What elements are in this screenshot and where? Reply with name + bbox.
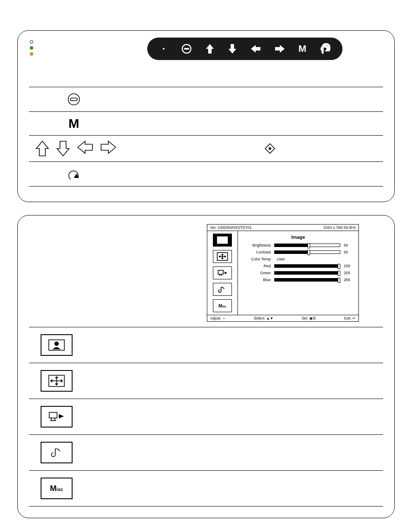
osd-tab-list: Misc	[207, 231, 238, 315]
return-icon	[319, 43, 330, 54]
image-tab-icon	[41, 334, 73, 356]
svg-marker-36	[55, 376, 58, 378]
position-tab-icon	[41, 370, 73, 392]
osd-footer: Adjust: ↔ Select: ▲▼ Set: ◉/E Exit: ↵	[207, 315, 358, 321]
menu-right-icon	[274, 44, 285, 54]
osd-reference-panel: Ver: G56SN20SSTD701 1024 x 768 59.8Hz Mi…	[17, 215, 395, 518]
tab-setup[interactable]	[213, 266, 232, 279]
svg-marker-38	[50, 379, 52, 383]
menu-right-icon	[100, 140, 117, 155]
led-orange-icon	[30, 52, 33, 56]
footer-adjust: Adjust: ↔	[210, 316, 226, 320]
row-blue[interactable]: Blue 255	[242, 278, 354, 282]
menu-m-icon: M	[69, 116, 79, 131]
svg-point-32	[54, 342, 59, 346]
diamond-dot-icon	[264, 143, 276, 154]
row-return	[29, 162, 383, 187]
return-icon	[66, 166, 82, 182]
front-panel-buttons: M	[147, 38, 342, 60]
svg-rect-2	[184, 48, 189, 50]
menu-up-icon	[35, 140, 50, 157]
svg-rect-10	[70, 98, 77, 101]
misc-tab-icon: Misc	[41, 478, 73, 499]
tab-position[interactable]	[213, 250, 232, 263]
svg-marker-24	[221, 258, 224, 260]
row-colortemp[interactable]: Color Temp User	[242, 257, 354, 261]
svg-marker-12	[57, 141, 69, 156]
svg-point-16	[269, 147, 271, 150]
svg-point-19	[221, 238, 224, 241]
osd-mode: 1024 x 768 59.8Hz	[323, 225, 356, 230]
dot-icon	[159, 44, 168, 53]
svg-marker-39	[61, 379, 63, 383]
legend-position	[29, 363, 383, 399]
row-green[interactable]: Green 255	[242, 271, 354, 275]
menu-left-icon	[250, 44, 261, 54]
footer-set: Set: ◉/E	[301, 316, 316, 320]
svg-marker-25	[219, 255, 220, 258]
row-menu: M	[29, 112, 383, 136]
svg-marker-44	[59, 414, 64, 418]
power-icon	[66, 92, 82, 107]
svg-marker-14	[101, 141, 116, 153]
audio-tab-icon	[41, 442, 73, 463]
row-red[interactable]: Red 255	[242, 264, 354, 268]
menu-left-icon	[76, 140, 94, 155]
tab-audio[interactable]	[213, 283, 232, 296]
svg-marker-26	[225, 255, 226, 258]
svg-marker-13	[78, 141, 92, 153]
led-green-icon	[30, 46, 33, 50]
menu-up-icon	[205, 43, 215, 54]
row-contrast[interactable]: Contrast 50	[242, 250, 354, 254]
tab-misc[interactable]: Misc	[213, 299, 232, 312]
controls-reference-panel: M M	[17, 30, 395, 202]
svg-marker-23	[221, 253, 224, 255]
led-hole-icon	[30, 40, 33, 44]
menu-down-icon	[228, 43, 237, 54]
svg-marker-30	[225, 272, 227, 274]
svg-rect-40	[49, 412, 57, 418]
svg-marker-37	[55, 383, 58, 386]
osd-content: Image Brightness 50 Contrast 50 Color Te…	[238, 231, 358, 315]
osd-title: Image	[242, 234, 354, 240]
osd-version: Ver: G56SN20SSTD701	[210, 225, 252, 230]
svg-marker-11	[36, 141, 48, 156]
svg-marker-4	[228, 44, 236, 54]
legend-image	[29, 327, 383, 363]
svg-point-9	[68, 94, 79, 105]
row-power	[29, 87, 383, 112]
svg-rect-27	[218, 270, 223, 274]
svg-point-0	[163, 48, 165, 50]
legend-audio	[29, 435, 383, 471]
row-arrows	[29, 136, 383, 162]
row-brightness[interactable]: Brightness 50	[242, 243, 354, 247]
tab-image[interactable]	[213, 234, 232, 247]
legend-misc: Misc	[29, 471, 383, 507]
osd-window: Ver: G56SN20SSTD701 1024 x 768 59.8Hz Mi…	[207, 224, 359, 322]
svg-marker-3	[206, 44, 214, 54]
svg-marker-6	[275, 45, 285, 53]
svg-marker-5	[251, 45, 260, 53]
indicator-leds	[30, 40, 33, 56]
footer-exit: Exit: ↵	[344, 316, 356, 320]
menu-m-icon: M	[298, 43, 306, 54]
menu-down-icon	[56, 140, 70, 157]
power-icon	[181, 43, 192, 54]
legend-setup	[29, 399, 383, 435]
footer-select: Select: ▲▼	[254, 316, 273, 320]
setup-tab-icon	[41, 406, 73, 428]
